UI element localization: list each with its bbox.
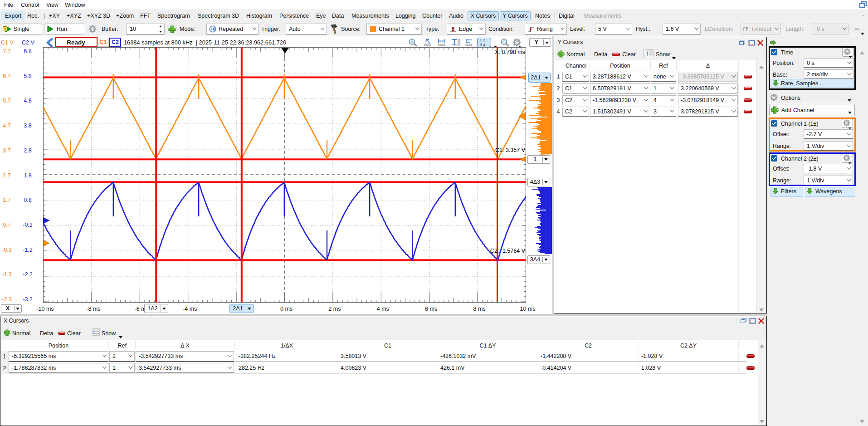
svg-text:C1: 3.357 V: C1: 3.357 V	[495, 147, 526, 153]
svg-text:X: 8.798 ms: X: 8.798 ms	[495, 49, 525, 55]
svg-text:C2: -1.5764 V: C2: -1.5764 V	[490, 248, 526, 254]
